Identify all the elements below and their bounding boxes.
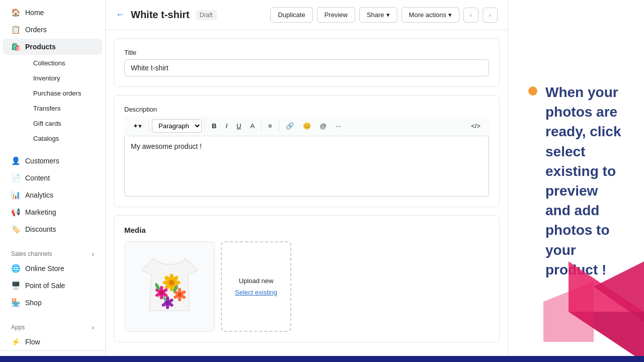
sidebar: 🏠 Home 📋 Orders 🛍️ Products Collections … [0, 0, 106, 362]
sidebar-orders-label: Orders [25, 26, 47, 34]
sidebar-item-pos[interactable]: 🖥️ Point of Sale [3, 278, 102, 294]
emoji-button[interactable]: 😊 [299, 120, 314, 132]
sidebar-item-discounts[interactable]: 🏷️ Discounts [3, 221, 102, 237]
page-title: White t-shirt [131, 9, 190, 21]
description-editor[interactable]: My awesome product ! [124, 136, 489, 197]
sidebar-item-home[interactable]: 🏠 Home [3, 5, 102, 21]
home-icon: 🏠 [11, 8, 20, 17]
sidebar-item-analytics[interactable]: 📊 Analytics [3, 187, 102, 203]
analytics-icon: 📊 [11, 191, 20, 200]
color-button[interactable]: A [247, 120, 258, 132]
page-header: ← White t-shirt Draft Duplicate Preview … [106, 0, 508, 30]
catalogs-label: Catalogs [33, 135, 59, 142]
back-button[interactable]: ← [116, 10, 125, 20]
title-section: Title [114, 38, 500, 87]
deco-shapes [508, 261, 644, 362]
media-item-tshirt [124, 241, 215, 332]
mention-button[interactable]: @ [316, 120, 330, 132]
apps-expand[interactable]: › [92, 323, 94, 331]
sales-channels-section: Sales channels › [0, 244, 105, 260]
duplicate-button[interactable]: Duplicate [270, 7, 312, 23]
hint-container: When your photos are ready, click select… [528, 82, 624, 280]
upload-new-label[interactable]: Upload new [239, 277, 274, 285]
purchase-orders-label: Purchase orders [33, 89, 81, 97]
draft-badge: Draft [196, 10, 217, 20]
description-editor-wrapper: ✦ ▾ Paragraph B I U A ≡ 🔗 😊 [124, 116, 489, 197]
sidebar-item-catalogs[interactable]: Catalogs [25, 131, 102, 146]
bottom-bar [0, 356, 644, 362]
svg-point-37 [176, 286, 178, 287]
format-icon: ✦ [133, 122, 138, 130]
bullet-dot [528, 86, 537, 96]
hint-text: When your photos are ready, click select… [545, 82, 624, 280]
code-button[interactable]: </> [467, 120, 484, 132]
sidebar-item-online-store[interactable]: 🌐 Online Store [3, 260, 102, 277]
pos-label: Point of Sale [25, 282, 65, 290]
align-button[interactable]: ≡ [265, 120, 276, 132]
nav-next-icon: › [489, 11, 491, 19]
sidebar-item-flow[interactable]: ⚡ Flow [3, 334, 102, 350]
pos-icon: 🖥️ [11, 281, 20, 290]
description-content: My awesome product ! [131, 142, 202, 150]
media-grid: Upload new Select existing [124, 241, 489, 332]
sidebar-products-label: Products [25, 43, 56, 51]
nav-prev-icon: ‹ [470, 11, 472, 19]
inventory-label: Inventory [33, 74, 60, 82]
online-store-label: Online Store [25, 264, 64, 273]
preview-button[interactable]: Preview [317, 7, 355, 23]
description-label: Description [124, 106, 489, 113]
right-panel: When your photos are ready, click select… [508, 0, 644, 362]
bold-button[interactable]: B [208, 120, 220, 132]
collections-label: Collections [33, 59, 65, 67]
sidebar-item-gift-cards[interactable]: Gift cards [25, 116, 102, 131]
analytics-label: Analytics [25, 191, 53, 199]
more-button[interactable]: ··· [332, 120, 345, 132]
content-icon: 📄 [11, 173, 20, 183]
sidebar-item-orders[interactable]: 📋 Orders [3, 22, 102, 38]
svg-point-11 [160, 286, 163, 291]
svg-point-36 [165, 278, 167, 280]
discounts-icon: 🏷️ [11, 225, 20, 234]
svg-point-19 [178, 288, 181, 293]
toolbar-divider-4 [279, 121, 279, 131]
sidebar-item-collections[interactable]: Collections [25, 56, 102, 70]
back-arrow-icon: ← [116, 10, 125, 20]
sidebar-home-label: Home [25, 9, 44, 17]
toolbar-divider-3 [261, 121, 262, 131]
content-label: Content [25, 174, 50, 182]
marketing-label: Marketing [25, 208, 56, 216]
sidebar-item-shop[interactable]: 🏪 Shop [3, 295, 102, 311]
sidebar-item-marketing[interactable]: 📢 Marketing [3, 204, 102, 220]
paragraph-select[interactable]: Paragraph [152, 119, 202, 133]
sidebar-item-transfers[interactable]: Transfers [25, 101, 102, 116]
media-upload-box[interactable]: Upload new Select existing [221, 241, 291, 332]
toolbar-format-btn[interactable]: ✦ ▾ [129, 120, 145, 132]
share-button[interactable]: Share ▾ [359, 7, 397, 23]
sidebar-item-content[interactable]: 📄 Content [3, 170, 102, 186]
select-existing-link[interactable]: Select existing [235, 289, 277, 296]
nav-next-button[interactable]: › [482, 8, 498, 23]
sidebar-item-purchase-orders[interactable]: Purchase orders [25, 86, 102, 101]
shop-label: Shop [25, 299, 42, 307]
svg-point-22 [178, 297, 181, 302]
svg-point-17 [159, 291, 164, 295]
more-actions-button[interactable]: More actions ▾ [401, 7, 459, 23]
description-toolbar: ✦ ▾ Paragraph B I U A ≡ 🔗 😊 [124, 116, 489, 136]
tshirt-image [125, 242, 214, 331]
sidebar-item-customers[interactable]: 👤 Customers [3, 153, 102, 169]
media-section: Media [114, 215, 500, 342]
title-input[interactable] [124, 59, 489, 76]
nav-prev-button[interactable]: ‹ [463, 8, 478, 23]
svg-point-9 [169, 280, 174, 285]
chevron-down-icon: ▾ [386, 11, 390, 19]
products-icon: 🛍️ [11, 42, 20, 51]
sidebar-item-products[interactable]: 🛍️ Products [3, 39, 102, 55]
sidebar-item-inventory[interactable]: Inventory [25, 71, 102, 85]
underline-button[interactable]: U [233, 120, 245, 132]
sales-channels-expand[interactable]: › [92, 250, 94, 258]
shop-icon: 🏪 [11, 298, 20, 307]
italic-button[interactable]: I [222, 120, 231, 132]
link-button[interactable]: 🔗 [282, 120, 297, 132]
toolbar-divider-2 [205, 121, 205, 131]
orders-icon: 📋 [11, 25, 20, 34]
